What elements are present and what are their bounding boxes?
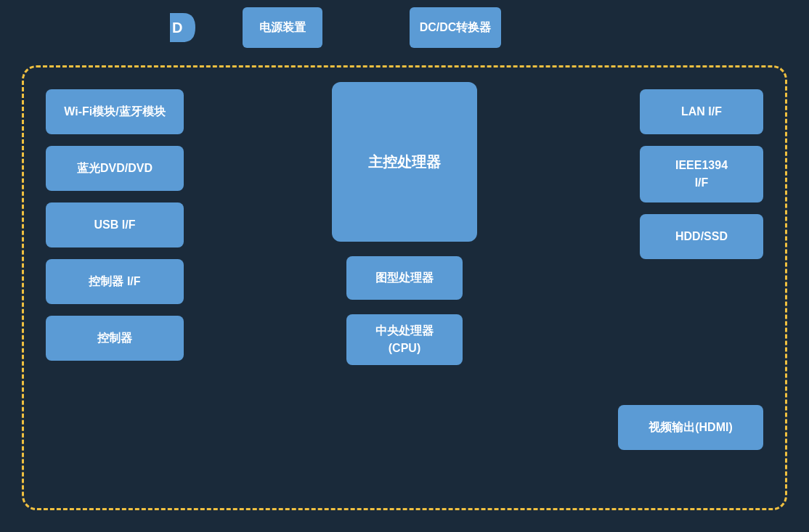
controller-box: 控制器 bbox=[46, 316, 184, 361]
ieee1394-label: IEEE1394 I/F bbox=[675, 157, 728, 192]
top-area: D 电源装置 DC/DC转换器 bbox=[0, 7, 809, 48]
wifi-module-box: Wi-Fi模块/蓝牙模块 bbox=[46, 89, 184, 134]
graphic-processor-box: 图型处理器 bbox=[346, 256, 463, 300]
power-box: 电源装置 bbox=[243, 7, 322, 48]
right-column: LAN I/F IEEE1394 I/F HDD/SSD bbox=[640, 89, 763, 259]
main-processor-box: 主控处理器 bbox=[332, 82, 477, 242]
controller-if-box: 控制器 I/F bbox=[46, 259, 184, 304]
controller-if-label: 控制器 I/F bbox=[89, 274, 140, 290]
usb-label: USB I/F bbox=[94, 218, 136, 232]
dvd-label: 蓝光DVD/DVD bbox=[77, 161, 153, 176]
d-shape-icon: D bbox=[163, 9, 199, 46]
dvd-box: 蓝光DVD/DVD bbox=[46, 146, 184, 191]
video-output-box: 视频输出(HDMI) bbox=[618, 405, 763, 450]
lan-box: LAN I/F bbox=[640, 89, 763, 134]
usb-if-box: USB I/F bbox=[46, 202, 184, 247]
graphic-processor-label: 图型处理器 bbox=[375, 271, 434, 286]
power-label: 电源装置 bbox=[259, 20, 306, 36]
left-column: Wi-Fi模块/蓝牙模块 蓝光DVD/DVD USB I/F 控制器 I/F 控… bbox=[46, 89, 184, 361]
dcdc-label: DC/DC转换器 bbox=[420, 20, 492, 36]
lan-label: LAN I/F bbox=[681, 105, 722, 118]
controller-label: 控制器 bbox=[97, 331, 132, 346]
cpu-label: 中央处理器 (CPU) bbox=[375, 322, 434, 357]
ieee1394-box: IEEE1394 I/F bbox=[640, 146, 763, 202]
hdd-label: HDD/SSD bbox=[675, 230, 728, 243]
hdd-box: HDD/SSD bbox=[640, 214, 763, 259]
cpu-box: 中央处理器 (CPU) bbox=[346, 314, 463, 365]
dcdc-box: DC/DC转换器 bbox=[410, 7, 502, 48]
svg-text:D: D bbox=[172, 20, 182, 36]
main-container: Wi-Fi模块/蓝牙模块 蓝光DVD/DVD USB I/F 控制器 I/F 控… bbox=[22, 65, 787, 510]
video-output-label: 视频输出(HDMI) bbox=[649, 420, 733, 435]
center-column: 主控处理器 图型处理器 中央处理器 (CPU) bbox=[332, 82, 477, 365]
wifi-label: Wi-Fi模块/蓝牙模块 bbox=[64, 104, 165, 120]
main-processor-label: 主控处理器 bbox=[368, 152, 441, 172]
